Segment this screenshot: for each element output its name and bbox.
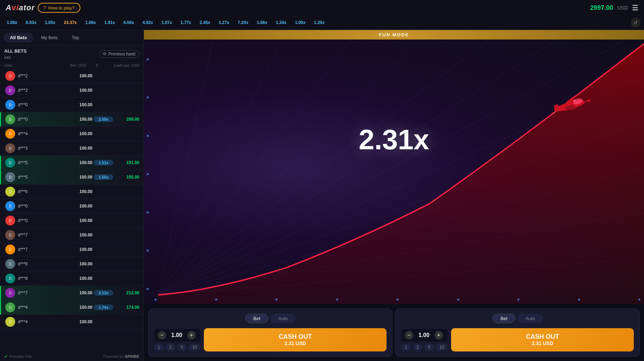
avatar: D: [5, 129, 15, 139]
avatar: D: [5, 114, 15, 124]
avatar: D: [5, 201, 15, 211]
svg-line-5: [158, 30, 287, 295]
mult-badge[interactable]: 7.20x: [235, 19, 251, 26]
avatar: D: [5, 100, 15, 110]
bets-column-headers: User Bet, USD X Cash out, USD: [0, 62, 144, 69]
quick-amounts-right: 1 2 5 10: [401, 344, 448, 351]
bottom-axis-dots: [154, 299, 640, 301]
username: d***0: [18, 218, 68, 223]
username: d***8: [18, 276, 68, 281]
bet-tab-left[interactable]: Bet: [245, 314, 268, 323]
mult-badge[interactable]: 1.00x: [292, 19, 309, 26]
increase-amount-right[interactable]: +: [435, 331, 443, 339]
history-icon[interactable]: ↺: [631, 18, 640, 28]
username: d***2: [18, 73, 68, 78]
how-to-play-button[interactable]: ? How to play?: [38, 3, 80, 13]
game-canvas: FUN MODE: [144, 30, 644, 304]
mult-badge[interactable]: 1.34x: [273, 19, 290, 26]
bet-controls-right: − 1.00 + 1 2 5 10 CASH OUT 2.31: [401, 328, 634, 351]
bet-amount: 100.00: [68, 247, 92, 252]
amount-control-right: − 1.00 +: [401, 329, 448, 342]
col-bet-header: Bet, USD: [55, 63, 86, 67]
mult-badge[interactable]: 8.83x: [23, 19, 40, 26]
auto-tab-right[interactable]: Auto: [518, 314, 543, 323]
bet-amount: 100.00: [68, 218, 92, 223]
all-bets-title: ALL BETS: [4, 48, 26, 54]
decrease-amount-right[interactable]: −: [405, 331, 413, 339]
table-row: Dd***0100.00: [0, 199, 144, 213]
previous-hand-button[interactable]: ⟳ Previous hand: [99, 50, 139, 58]
menu-button[interactable]: ☰: [632, 4, 638, 12]
mult-badge[interactable]: 1.07x: [158, 19, 175, 26]
cash-out-button-left[interactable]: CASH OUT 2.31 USD: [204, 328, 387, 351]
decrease-amount-left[interactable]: −: [158, 331, 166, 339]
quick-5-left[interactable]: 5: [177, 344, 187, 351]
tab-all-bets[interactable]: All Bets: [4, 33, 33, 42]
table-row: Dd***7100.00: [0, 242, 144, 257]
header: Aviator ? How to play? 2997.00 USD ☰: [0, 0, 644, 16]
bet-amount: 100.00: [68, 160, 92, 165]
avatar: D: [5, 302, 15, 312]
mult-badge[interactable]: 1.06x: [82, 19, 99, 26]
mult-badge[interactable]: 23.37x: [61, 19, 80, 26]
cash-out-button-right[interactable]: CASH OUT 2.31 USD: [451, 328, 634, 351]
username: d***8: [18, 261, 68, 266]
col-user-header: User: [4, 63, 55, 67]
mult-badge[interactable]: 2.45x: [196, 19, 213, 26]
tab-top[interactable]: Top: [65, 33, 85, 42]
table-row: Dd***8100.00: [0, 257, 144, 271]
table-row: Dd***7100.00: [0, 228, 144, 242]
quick-2-right[interactable]: 2: [413, 344, 423, 351]
quick-10-left[interactable]: 10: [189, 344, 200, 351]
cashout-amount: 212.00: [115, 290, 139, 295]
hamburger-icon: ☰: [632, 4, 638, 12]
tab-my-bets[interactable]: My Bets: [35, 33, 64, 42]
balance-area: 2997.00 USD ☰: [590, 4, 638, 12]
quick-10-right[interactable]: 10: [436, 344, 448, 351]
right-area: FUN MODE: [144, 30, 644, 361]
bet-panel-left: Bet Auto − 1.00 + 1 2 5: [148, 308, 393, 357]
table-row: Dd***5100.001.51x151.00: [0, 156, 144, 170]
auto-tab-left[interactable]: Auto: [271, 314, 296, 323]
mult-badge[interactable]: 1.77x: [177, 19, 194, 26]
bet-amount: 100.00: [68, 261, 92, 266]
mult-badge[interactable]: 1.25x: [311, 19, 328, 26]
bet-amount: 100.00: [68, 73, 92, 78]
powered-by-text: Powered by: [103, 354, 124, 359]
cash-out-label-left: CASH OUT: [211, 333, 379, 341]
username: d***7: [18, 290, 68, 295]
table-row: Dd***6100.00: [0, 185, 144, 199]
username: d***4: [18, 305, 68, 310]
username: d***5: [18, 175, 68, 180]
mult-badge[interactable]: 4.08x: [120, 19, 137, 26]
multiplier-badge: 1.74x: [94, 305, 113, 310]
mult-badge[interactable]: 1.66x: [254, 19, 271, 26]
game-curve-svg: [144, 30, 644, 304]
mult-badge[interactable]: 1.05x: [42, 19, 59, 26]
quick-2-left[interactable]: 2: [166, 344, 175, 351]
axis-dot: [457, 299, 459, 301]
all-bets-count: 640: [4, 55, 11, 60]
cashout-amount: 155.00: [115, 175, 139, 180]
bet-amount: 100.00: [68, 276, 92, 281]
username: d***4: [18, 131, 68, 136]
multipliers-bar: 1.08x 8.83x 1.05x 23.37x 1.06x 1.91x 4.0…: [0, 16, 644, 30]
cash-out-value-right: 2.31 USD: [458, 341, 627, 347]
multiplier-badge: 1.51x: [94, 160, 113, 166]
mult-badge[interactable]: 1.08x: [4, 19, 20, 26]
logo: Aviator: [6, 3, 35, 12]
bet-tab-right[interactable]: Bet: [492, 314, 516, 323]
table-row: Dd***7100.002.12x212.00: [0, 286, 144, 300]
quick-5-right[interactable]: 5: [424, 344, 434, 351]
increase-amount-left[interactable]: +: [187, 331, 196, 339]
avatar: D: [5, 143, 15, 153]
quick-1-left[interactable]: 1: [154, 344, 164, 351]
spribe-brand: SPRIBE: [125, 354, 139, 359]
quick-1-right[interactable]: 1: [401, 344, 411, 351]
mult-badge[interactable]: 4.92x: [139, 19, 156, 26]
airplane: ✕: [545, 90, 594, 119]
mult-badge[interactable]: 1.91x: [101, 19, 118, 26]
mult-badge[interactable]: 1.27x: [215, 19, 232, 26]
username: d***0: [18, 117, 68, 122]
bet-amount: 100.00: [68, 204, 92, 209]
